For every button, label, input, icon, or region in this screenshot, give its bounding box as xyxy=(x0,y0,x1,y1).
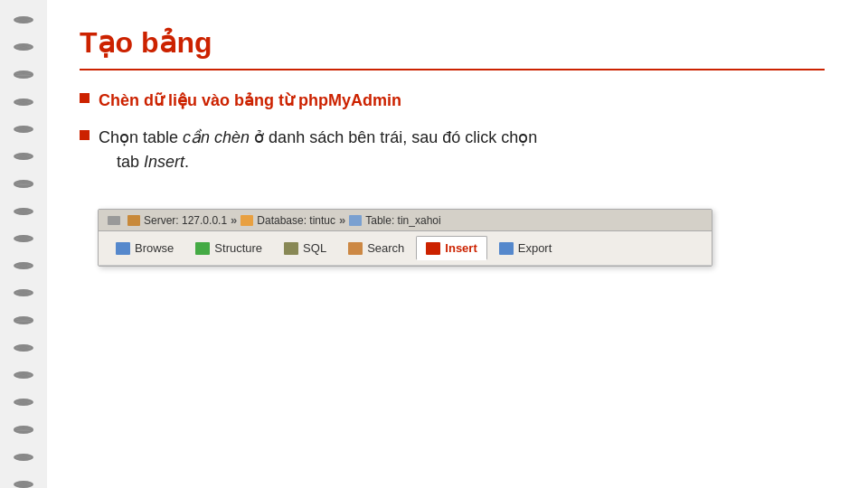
tab-sql[interactable]: SQL xyxy=(274,236,336,260)
ring-10 xyxy=(14,289,33,296)
table-icon xyxy=(349,215,362,226)
database-icon xyxy=(241,215,253,226)
ring-13 xyxy=(14,371,33,379)
breadcrumb-server: Server: 127.0.0.1 xyxy=(144,214,227,227)
ring-12 xyxy=(14,344,33,352)
bullet-item-2: Chọn table cần chèn ở danh sách bên trái… xyxy=(80,126,825,174)
pma-breadcrumb: Server: 127.0.0.1 » Database: tintuc » T… xyxy=(99,210,712,231)
structure-icon xyxy=(195,242,210,255)
ring-0 xyxy=(14,16,33,23)
ring-8 xyxy=(14,235,33,242)
page-title: Tạo bảng xyxy=(80,25,825,60)
export-icon xyxy=(499,242,514,255)
sep2: » xyxy=(339,213,345,227)
ring-14 xyxy=(14,399,33,406)
tab-search-label: Search xyxy=(367,241,404,255)
title-divider xyxy=(80,69,825,70)
bullet-text-2: Chọn table cần chèn ở danh sách bên trái… xyxy=(99,126,537,174)
pma-toolbar: Browse Structure SQL Search Insert Expor… xyxy=(99,231,712,266)
ring-11 xyxy=(14,316,33,324)
ring-1 xyxy=(14,43,33,51)
browse-icon xyxy=(116,242,130,255)
notebook-rings xyxy=(0,0,47,488)
breadcrumb-database: Database: tintuc xyxy=(257,214,335,227)
bullet1-highlight: Chèn dữ liệu vào bảng từ phpMyAdmin xyxy=(99,91,401,109)
tab-insert[interactable]: Insert xyxy=(416,236,486,260)
tab-search[interactable]: Search xyxy=(338,236,414,260)
search-icon xyxy=(348,242,363,255)
ring-16 xyxy=(14,454,33,461)
breadcrumb-table: Table: tin_xahoi xyxy=(365,214,440,227)
tab-export-label: Export xyxy=(518,241,552,255)
ring-15 xyxy=(14,426,33,433)
ring-9 xyxy=(14,262,33,269)
sql-icon xyxy=(284,242,298,255)
tab-structure-label: Structure xyxy=(214,241,262,255)
server-icon xyxy=(127,215,140,226)
ring-7 xyxy=(14,208,33,215)
ring-6 xyxy=(14,180,33,187)
ring-3 xyxy=(14,99,33,106)
sep1: » xyxy=(231,213,237,227)
ring-5 xyxy=(14,153,33,160)
main-content: Tạo bảng Chèn dữ liệu vào bảng từ phpMyA… xyxy=(47,0,868,488)
tab-export[interactable]: Export xyxy=(489,236,562,260)
tab-browse[interactable]: Browse xyxy=(106,236,184,260)
insert-icon xyxy=(426,242,440,255)
tab-browse-label: Browse xyxy=(135,241,174,255)
bullet2-line2: tab Insert. xyxy=(117,153,189,171)
phpmyadmin-mockup: Server: 127.0.0.1 » Database: tintuc » T… xyxy=(98,209,712,267)
bullet-text-1: Chèn dữ liệu vào bảng từ phpMyAdmin xyxy=(99,89,401,113)
bullet-square-2 xyxy=(80,130,90,140)
ring-2 xyxy=(14,70,33,78)
tab-sql-label: SQL xyxy=(303,241,326,255)
tab-insert-label: Insert xyxy=(445,241,476,255)
ring-17 xyxy=(14,481,33,488)
tab-structure[interactable]: Structure xyxy=(185,236,272,260)
bullet-item-1: Chèn dữ liệu vào bảng từ phpMyAdmin xyxy=(80,89,825,113)
ring-4 xyxy=(14,126,33,133)
bullet-square-1 xyxy=(80,93,90,103)
window-dash-icon xyxy=(108,216,120,225)
